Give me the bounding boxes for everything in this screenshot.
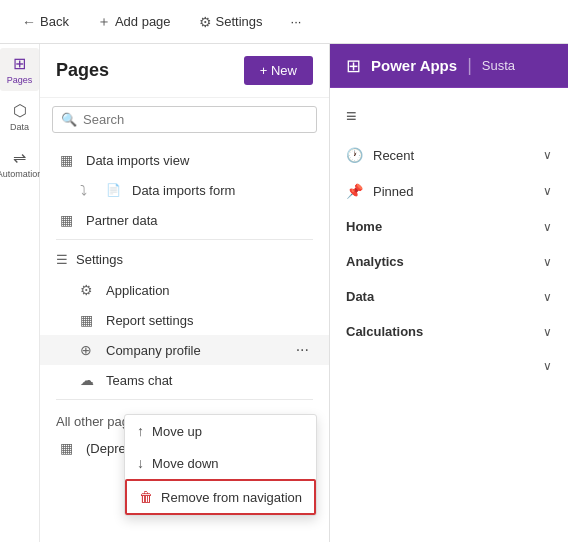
page-label-teams-chat: Teams chat — [106, 373, 284, 388]
settings-group-header[interactable]: ☰ Settings — [40, 244, 329, 275]
header-separator: | — [467, 55, 472, 76]
nav-label-home: Home — [346, 219, 382, 234]
move-up-label: Move up — [152, 424, 202, 439]
search-input[interactable] — [83, 112, 308, 127]
context-menu-move-up[interactable]: ↑ Move up — [125, 415, 316, 447]
page-icon-data-imports-view: ▦ — [60, 152, 78, 168]
page-item-data-imports-form[interactable]: ⤵ 📄 Data imports form ··· — [40, 175, 329, 205]
new-button-label: + New — [260, 63, 297, 78]
power-apps-subtitle: Susta — [482, 58, 515, 73]
page-label-report-settings: Report settings — [106, 313, 284, 328]
trash-icon: 🗑 — [139, 489, 153, 505]
power-apps-title: Power Apps — [371, 57, 457, 74]
pages-header: Pages + New — [40, 44, 329, 98]
sidebar-item-automation[interactable]: ⇌ Automation — [0, 142, 39, 185]
divider-2 — [56, 399, 313, 400]
page-icon-report-settings: ▦ — [80, 312, 98, 328]
page-item-teams-chat[interactable]: ☁ Teams chat ··· — [40, 365, 329, 395]
nav-item-data[interactable]: Data ∨ — [330, 279, 568, 314]
chevron-recent: ∨ — [543, 148, 552, 162]
chevron-extra: ∨ — [543, 359, 552, 373]
add-page-label: Add page — [115, 14, 171, 29]
main-layout: ⊞ Pages ⬡ Data ⇌ Automation Pages + New … — [0, 44, 568, 542]
nav-item-recent[interactable]: 🕐 Recent ∨ — [330, 137, 568, 173]
nav-item-extra[interactable]: ∨ — [330, 349, 568, 383]
nav-label-recent: Recent — [373, 148, 414, 163]
chevron-analytics: ∨ — [543, 255, 552, 269]
add-page-button[interactable]: ＋ Add page — [91, 9, 177, 35]
nav-item-analytics[interactable]: Analytics ∨ — [330, 244, 568, 279]
apps-grid-icon: ⊞ — [346, 55, 361, 77]
hamburger-icon[interactable]: ≡ — [330, 96, 568, 137]
page-icon-application: ⚙ — [80, 282, 98, 298]
sidebar-item-pages[interactable]: ⊞ Pages — [0, 48, 39, 91]
more-btn-company-profile[interactable]: ··· — [292, 341, 313, 359]
pages-title: Pages — [56, 60, 109, 81]
search-icon: 🔍 — [61, 112, 77, 127]
page-icon-deprecated: ▦ — [60, 440, 78, 456]
more-label: ··· — [291, 14, 302, 29]
page-icon-teams-chat: ☁ — [80, 372, 98, 388]
search-box: 🔍 — [52, 106, 317, 133]
right-nav: ≡ 🕐 Recent ∨ 📌 Pinned ∨ Home — [330, 88, 568, 542]
recent-icon: 🕐 — [346, 147, 363, 163]
remove-nav-label: Remove from navigation — [161, 490, 302, 505]
pages-panel: Pages + New 🔍 ▦ Data imports view ··· ⤵ … — [40, 44, 330, 542]
nav-item-pinned[interactable]: 📌 Pinned ∨ — [330, 173, 568, 209]
move-down-icon: ↓ — [137, 455, 144, 471]
nav-label-data: Data — [346, 289, 374, 304]
settings-button[interactable]: ⚙ Settings — [193, 10, 269, 34]
page-item-partner-data[interactable]: ▦ Partner data ··· — [40, 205, 329, 235]
page-icon-data-imports-form: ⤵ — [80, 182, 98, 198]
page-label-partner-data: Partner data — [86, 213, 284, 228]
page-item-company-profile[interactable]: ⊕ Company profile ··· — [40, 335, 329, 365]
page-label-data-imports-form: Data imports form — [132, 183, 284, 198]
right-panel: ⊞ Power Apps | Susta ≡ 🕐 Recent ∨ 📌 Pinn… — [330, 44, 568, 542]
move-up-icon: ↑ — [137, 423, 144, 439]
icon-sidebar: ⊞ Pages ⬡ Data ⇌ Automation — [0, 44, 40, 542]
context-menu: ↑ Move up ↓ Move down 🗑 Remove from navi… — [124, 414, 317, 516]
gear-icon: ⚙ — [199, 14, 212, 30]
back-label: Back — [40, 14, 69, 29]
nav-label-pinned: Pinned — [373, 184, 413, 199]
nav-item-home[interactable]: Home ∨ — [330, 209, 568, 244]
divider-1 — [56, 239, 313, 240]
new-button[interactable]: + New — [244, 56, 313, 85]
move-down-label: Move down — [152, 456, 218, 471]
settings-group-icon: ☰ — [56, 252, 68, 267]
page-label-data-imports-view: Data imports view — [86, 153, 284, 168]
sidebar-pages-label: Pages — [7, 75, 33, 85]
back-icon: ← — [22, 14, 36, 30]
nav-label-analytics: Analytics — [346, 254, 404, 269]
data-icon: ⬡ — [13, 101, 27, 120]
context-menu-remove-nav[interactable]: 🗑 Remove from navigation — [125, 479, 316, 515]
chevron-data: ∨ — [543, 290, 552, 304]
settings-group-label: Settings — [76, 252, 123, 267]
top-bar: ← Back ＋ Add page ⚙ Settings ··· — [0, 0, 568, 44]
sidebar-automation-label: Automation — [0, 169, 42, 179]
pinned-icon: 📌 — [346, 183, 363, 199]
nav-item-calculations[interactable]: Calculations ∨ — [330, 314, 568, 349]
page-icon-company-profile: ⊕ — [80, 342, 98, 358]
chevron-home: ∨ — [543, 220, 552, 234]
sidebar-item-data[interactable]: ⬡ Data — [0, 95, 39, 138]
context-menu-move-down[interactable]: ↓ Move down — [125, 447, 316, 479]
chevron-pinned: ∨ — [543, 184, 552, 198]
page-item-application[interactable]: ⚙ Application ··· — [40, 275, 329, 305]
page-item-report-settings[interactable]: ▦ Report settings ··· — [40, 305, 329, 335]
power-apps-header: ⊞ Power Apps | Susta — [330, 44, 568, 88]
sidebar-data-label: Data — [10, 122, 29, 132]
nav-label-calculations: Calculations — [346, 324, 423, 339]
automation-icon: ⇌ — [13, 148, 26, 167]
settings-label: Settings — [216, 14, 263, 29]
pages-icon: ⊞ — [13, 54, 26, 73]
page-icon-form: 📄 — [106, 183, 124, 197]
chevron-calculations: ∨ — [543, 325, 552, 339]
page-item-data-imports-view[interactable]: ▦ Data imports view ··· — [40, 145, 329, 175]
plus-icon: ＋ — [97, 13, 111, 31]
page-label-company-profile: Company profile — [106, 343, 284, 358]
back-button[interactable]: ← Back — [16, 10, 75, 34]
page-icon-partner-data: ▦ — [60, 212, 78, 228]
more-button[interactable]: ··· — [285, 10, 308, 33]
page-label-application: Application — [106, 283, 284, 298]
